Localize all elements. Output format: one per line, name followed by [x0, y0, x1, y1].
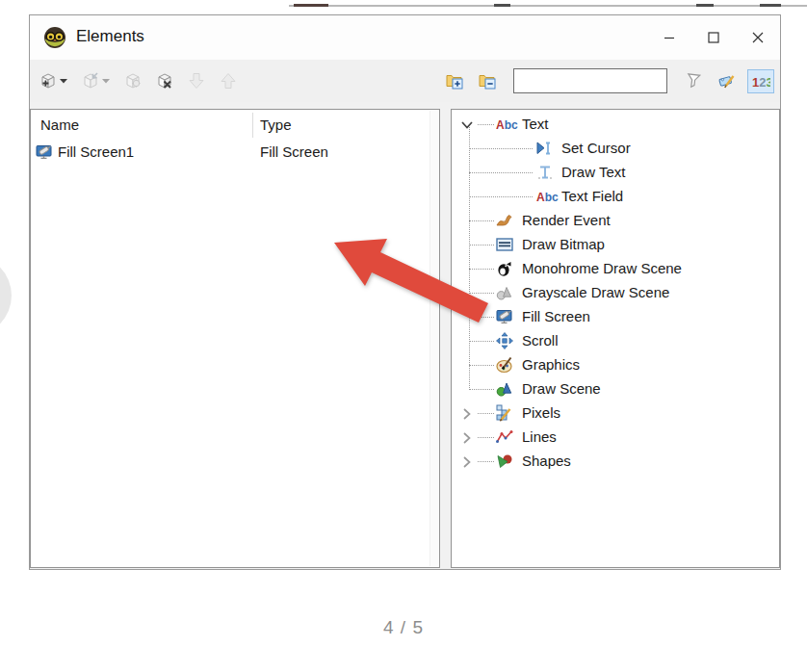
- tree-item-label: Set Cursor: [561, 140, 631, 156]
- column-divider[interactable]: [252, 113, 253, 138]
- elements-dialog: Elements 123 Name Type Fill Screen1Fill …: [29, 14, 781, 570]
- tree-item-draw-bitmap[interactable]: Draw Bitmap: [452, 233, 779, 257]
- tree-item-label: Lines: [522, 428, 557, 445]
- tree-item-text-field[interactable]: AbcText Field: [452, 185, 779, 209]
- elements-list-panel[interactable]: Name Type Fill Screen1Fill Screen: [30, 109, 440, 568]
- fill-screen-icon: [496, 308, 513, 325]
- tree-connector: [478, 413, 494, 414]
- delete-element-button[interactable]: [152, 68, 177, 93]
- move-down-button[interactable]: [184, 68, 209, 93]
- chevron-right-icon[interactable]: [460, 455, 473, 469]
- svg-text:Abc: Abc: [536, 191, 559, 204]
- maximize-button[interactable]: [691, 15, 736, 59]
- tree-item-draw-text[interactable]: Draw Text: [452, 161, 779, 185]
- add-element-button[interactable]: [36, 68, 71, 93]
- pixels-icon: [496, 404, 513, 422]
- close-button[interactable]: [736, 15, 780, 59]
- element-types-tree-panel[interactable]: AbcTextSet CursorDraw TextAbcText FieldR…: [451, 109, 780, 568]
- collapse-all-button[interactable]: [475, 68, 501, 93]
- expand-all-button[interactable]: [442, 68, 468, 93]
- tree-connector: [469, 293, 494, 294]
- tree-connector: [478, 437, 494, 438]
- tree-item-grayscale-draw-scene[interactable]: Grayscale Draw Scene: [452, 281, 779, 305]
- tree-item-fill-screen[interactable]: Fill Screen: [452, 305, 779, 329]
- tree-item-monohrome-draw-scene[interactable]: Monohrome Draw Scene: [452, 257, 779, 281]
- tree-connector: [469, 365, 494, 366]
- chevron-right-icon[interactable]: [460, 407, 473, 421]
- tree-item-label: Draw Bitmap: [522, 236, 605, 252]
- tree-item-pixels[interactable]: Pixels: [452, 401, 779, 426]
- column-header-type[interactable]: Type: [260, 116, 292, 133]
- tree-item-label: Text Field: [561, 188, 623, 204]
- expand-all-icon: [446, 72, 464, 90]
- tree-item-shapes[interactable]: Shapes: [452, 450, 779, 474]
- list-row-name: Fill Screen1: [58, 143, 134, 160]
- column-header-name[interactable]: Name: [40, 116, 79, 133]
- minimize-icon: [662, 30, 677, 45]
- tree-connector: [469, 196, 533, 197]
- tree-item-render-event[interactable]: Render Event: [452, 209, 779, 233]
- insert-element-icon: [82, 72, 99, 90]
- filter-button[interactable]: [680, 68, 707, 94]
- tree-connector: [469, 148, 533, 149]
- slide-canvas: Elements 123 Name Type Fill Screen1Fill …: [0, 0, 807, 672]
- dropdown-caret-icon: [102, 79, 110, 84]
- tree-connector: [469, 220, 494, 221]
- insert-element-button[interactable]: [78, 68, 114, 93]
- tree-item-set-cursor[interactable]: Set Cursor: [452, 137, 779, 161]
- tree-item-label: Fill Screen: [522, 308, 590, 324]
- window-controls: [647, 15, 780, 60]
- decorative-dash: [494, 4, 510, 7]
- rename-button[interactable]: [714, 68, 741, 93]
- tree-connector: [478, 124, 494, 125]
- chevron-right-icon[interactable]: [460, 431, 473, 445]
- edit-element-button[interactable]: [120, 68, 145, 93]
- list-row-fill-screen1[interactable]: Fill Screen1Fill Screen: [31, 140, 439, 165]
- svg-text:Abc: Abc: [496, 118, 518, 132]
- toggle-numbers-icon: 123: [751, 73, 770, 90]
- tree-item-lines[interactable]: Lines: [452, 426, 779, 450]
- tree-item-label: Draw Scene: [522, 380, 601, 397]
- page-indicator: 4 / 5: [0, 617, 807, 638]
- tree-item-label: Render Event: [522, 212, 611, 228]
- edit-element-icon: [124, 72, 142, 90]
- rename-icon: [717, 72, 737, 90]
- filter-search-input[interactable]: [513, 68, 667, 93]
- maximize-icon: [706, 30, 721, 45]
- add-element-icon: [39, 72, 57, 90]
- tree-item-graphics[interactable]: Graphics: [452, 353, 779, 377]
- tree-item-text[interactable]: AbcText: [452, 113, 779, 137]
- tree-connector: [469, 317, 494, 318]
- title-bar[interactable]: Elements: [30, 15, 780, 60]
- tree-item-label: Monohrome Draw Scene: [522, 260, 682, 276]
- minimize-button[interactable]: [647, 15, 691, 59]
- tree-connector: [469, 245, 494, 246]
- list-scrollbar-track[interactable]: [430, 111, 438, 566]
- draw-scene-icon: [496, 380, 513, 398]
- fill-screen-icon: [36, 143, 53, 161]
- move-up-button[interactable]: [216, 68, 241, 93]
- decorative-line: [289, 5, 807, 7]
- tree-connector: [469, 172, 533, 173]
- draw-text-icon: [536, 164, 554, 181]
- carousel-prev-button[interactable]: [0, 255, 12, 336]
- tree-connector: [478, 461, 494, 462]
- dropdown-caret-icon: [60, 79, 67, 84]
- tree-item-scroll[interactable]: Scroll: [452, 329, 779, 353]
- graphics-icon: [496, 356, 513, 374]
- text-field-icon: Abc: [536, 188, 560, 205]
- close-icon: [750, 30, 766, 45]
- tree-connector: [469, 341, 494, 342]
- decorative-dash: [294, 4, 328, 7]
- tree-item-draw-scene[interactable]: Draw Scene: [452, 377, 779, 401]
- chevron-down-icon[interactable]: [460, 118, 474, 131]
- tree-item-label: Graphics: [522, 356, 580, 373]
- toggle-numbers-button[interactable]: 123: [747, 69, 774, 93]
- tree-connector: [469, 389, 494, 390]
- toolbar-right-group: 123: [442, 68, 774, 94]
- tree-item-label: Scroll: [522, 332, 559, 349]
- set-cursor-icon: [536, 140, 554, 157]
- collapse-all-icon: [479, 72, 497, 90]
- tree-item-label: Grayscale Draw Scene: [522, 284, 669, 300]
- delete-element-icon: [156, 72, 173, 90]
